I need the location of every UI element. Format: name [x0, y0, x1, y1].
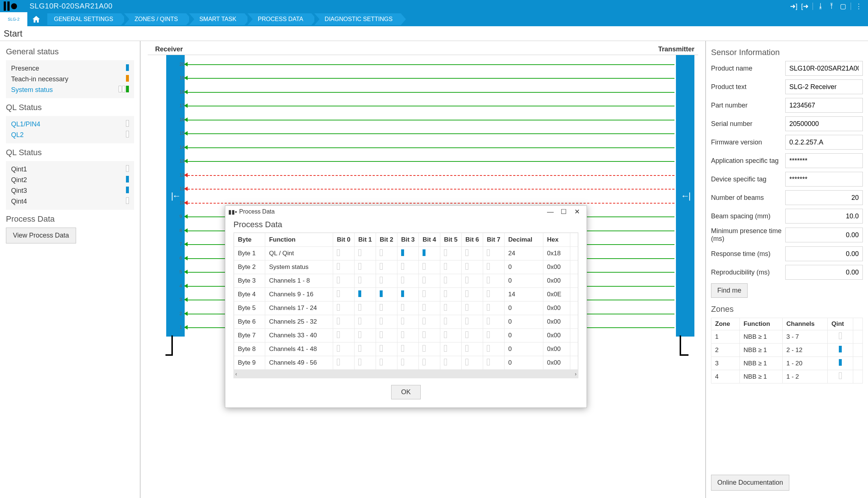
transmitter-label: Transmitter — [658, 45, 694, 53]
beam-line — [188, 92, 674, 93]
pd-pad — [570, 247, 578, 260]
info-row: Part number — [711, 98, 863, 113]
info-value-input[interactable] — [785, 61, 863, 76]
pd-bit — [440, 274, 461, 288]
beam-line — [188, 147, 674, 148]
info-value-input[interactable] — [785, 98, 863, 113]
status-row[interactable]: System status — [11, 85, 129, 95]
login-icon[interactable]: ➜] — [788, 2, 799, 10]
beam-line — [188, 120, 674, 120]
info-row: Product name — [711, 61, 863, 76]
pd-hex: 0x00 — [543, 315, 570, 329]
pd-bit — [461, 247, 483, 260]
find-me-button[interactable]: Find me — [711, 283, 748, 298]
logout-icon[interactable]: [➜ — [799, 2, 810, 10]
pd-bit — [354, 342, 376, 356]
zones-row[interactable]: 1 NBB ≥ 1 3 - 7 — [711, 330, 863, 344]
beam-arrow-icon — [184, 131, 188, 136]
pd-func: Channels 41 - 48 — [265, 342, 333, 356]
status-indicator — [125, 131, 129, 139]
breadcrumb-item[interactable]: SMART TASK — [189, 13, 245, 25]
beam-arrow-icon — [184, 117, 188, 122]
pd-bit — [354, 288, 376, 301]
breadcrumb-item[interactable]: ZONES / QINTS — [124, 13, 186, 25]
pd-bit — [461, 342, 483, 356]
pd-byte: Byte 1 — [234, 247, 265, 260]
beam-row: 13 — [186, 154, 674, 168]
pd-bit — [376, 329, 397, 342]
info-value-input[interactable] — [785, 209, 863, 224]
download-icon[interactable]: ⭳ — [815, 2, 826, 10]
info-value-input[interactable] — [785, 172, 863, 187]
page-title: Start — [0, 26, 868, 41]
info-value-input[interactable] — [785, 190, 863, 205]
status-row[interactable]: QL1/PIN4 — [11, 119, 129, 130]
zones-row[interactable]: 3 NBB ≥ 1 1 - 20 — [711, 357, 863, 370]
arrow-left-icon: ←| — [681, 191, 690, 201]
pd-bit — [397, 274, 418, 288]
beam-number: 5 — [180, 269, 182, 274]
info-value-input[interactable] — [785, 153, 863, 168]
pd-bit — [376, 260, 397, 274]
info-row: Beam spacing (mm) — [711, 209, 863, 224]
zone-channels: 2 - 12 — [783, 344, 828, 357]
info-value-input[interactable] — [785, 265, 863, 280]
pd-pad — [570, 288, 578, 301]
ok-button[interactable]: OK — [391, 385, 421, 399]
beam-number: 8 — [180, 228, 182, 233]
home-icon[interactable] — [28, 12, 44, 26]
upload-icon[interactable]: ⭱ — [826, 2, 837, 10]
dialog-title-bar[interactable]: ▮▮• Process Data — ☐ ✕ — [225, 206, 587, 218]
breadcrumb-item[interactable]: GENERAL SETTINGS — [47, 13, 121, 25]
pd-bit — [440, 329, 461, 342]
online-documentation-button[interactable]: Online Documentation — [711, 475, 789, 491]
pd-bit — [461, 301, 483, 315]
pd-bit — [354, 315, 376, 329]
beam-arrow-icon — [184, 76, 188, 80]
status-row[interactable]: QL2 — [11, 130, 129, 140]
left-sidebar: General status PresenceTeach-in necessar… — [0, 41, 140, 498]
sensor-info-title: Sensor Information — [711, 48, 863, 57]
breadcrumb-item[interactable]: DIAGNOSTIC SETTINGS — [314, 13, 401, 25]
beam-number: 3 — [180, 297, 182, 302]
pd-byte: Byte 3 — [234, 274, 265, 288]
info-value-input[interactable] — [785, 79, 863, 94]
zones-header: Zone — [711, 318, 740, 330]
zones-row[interactable]: 2 NBB ≥ 1 2 - 12 — [711, 344, 863, 357]
view-process-data-button[interactable]: View Process Data — [6, 228, 76, 243]
beam-arrow-icon — [184, 242, 188, 246]
minimize-icon[interactable]: — — [544, 208, 557, 216]
info-value-input[interactable] — [785, 135, 863, 150]
pd-header: Byte — [234, 233, 265, 247]
menu-icon[interactable]: ⋮ — [853, 2, 864, 10]
logo — [4, 0, 30, 12]
pd-header: Bit 3 — [397, 233, 418, 247]
info-value-input[interactable] — [785, 228, 863, 242]
process-data-dialog: ▮▮• Process Data — ☐ ✕ Process Data Byte… — [225, 205, 587, 408]
zones-row[interactable]: 4 NBB ≥ 1 1 - 2 — [711, 370, 863, 383]
pd-header: Bit 5 — [440, 233, 461, 247]
square-icon[interactable]: ▢ — [837, 2, 848, 10]
close-icon[interactable]: ✕ — [570, 208, 584, 216]
pd-hex: 0x0E — [543, 288, 570, 301]
pd-bit — [333, 329, 354, 342]
pd-row: Byte 4 Channels 9 - 1614 0x0E — [234, 288, 578, 301]
horizontal-scrollbar[interactable]: ‹› — [234, 370, 578, 378]
zone-cell: 1 — [711, 330, 740, 344]
pd-bit — [440, 315, 461, 329]
pd-pad — [570, 356, 578, 370]
pd-bit — [333, 274, 354, 288]
breadcrumb-item[interactable]: PROCESS DATA — [247, 13, 311, 25]
status-indicator — [125, 187, 129, 195]
beam-row: 16 — [186, 113, 674, 127]
pd-bit — [354, 329, 376, 342]
pd-header: Bit 7 — [483, 233, 504, 247]
breadcrumb: SLG-2 GENERAL SETTINGSZONES / QINTSSMART… — [0, 12, 868, 26]
info-value-input[interactable] — [785, 246, 863, 261]
beam-arrow-icon — [184, 325, 188, 330]
zone-extra — [853, 330, 862, 344]
status-indicator — [125, 197, 129, 206]
info-value-input[interactable] — [785, 116, 863, 131]
maximize-icon[interactable]: ☐ — [557, 208, 570, 216]
beam-row: 12 — [186, 168, 674, 182]
